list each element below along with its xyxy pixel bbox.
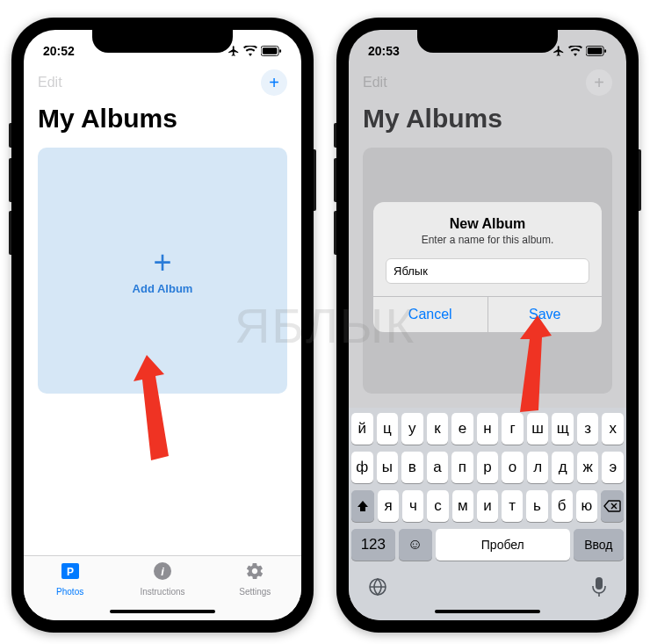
key-н[interactable]: н — [477, 413, 499, 445]
key-у[interactable]: у — [401, 413, 423, 445]
notch — [92, 30, 233, 53]
cancel-button[interactable]: Cancel — [373, 297, 488, 332]
key-л[interactable]: л — [527, 452, 549, 483]
svg-rect-8 — [588, 47, 603, 54]
key-в[interactable]: в — [401, 452, 423, 483]
page-title: My Albums — [349, 100, 626, 142]
album-name-input[interactable]: Яблык — [386, 258, 589, 284]
svg-rect-2 — [279, 49, 281, 53]
key-а[interactable]: а — [427, 452, 449, 483]
key-п[interactable]: п — [451, 452, 473, 483]
key-г[interactable]: г — [502, 413, 524, 445]
key-ш[interactable]: ш — [527, 413, 549, 445]
gear-icon — [245, 561, 264, 586]
key-й[interactable]: й — [351, 413, 373, 445]
key-д[interactable]: д — [552, 452, 574, 483]
info-icon: i — [153, 561, 172, 586]
save-button[interactable]: Save — [488, 297, 603, 332]
key-э[interactable]: э — [602, 452, 624, 483]
add-button: + — [586, 69, 612, 96]
key-numbers[interactable]: 123 — [351, 529, 395, 561]
battery-icon — [586, 46, 607, 56]
key-ь[interactable]: ь — [526, 490, 547, 522]
svg-rect-1 — [263, 47, 278, 54]
tab-bar: P Photos i Instructions Settings — [24, 555, 301, 620]
alert-subtitle: Enter a name for this album. — [373, 234, 602, 258]
wifi-icon — [243, 46, 257, 56]
notch — [417, 30, 558, 53]
phone-right: 20:53 Edit + My Albums New Album Enter a… — [336, 18, 639, 633]
key-о[interactable]: о — [502, 452, 524, 483]
key-ж[interactable]: ж — [577, 452, 599, 483]
edit-button: Edit — [363, 75, 387, 90]
key-м[interactable]: м — [452, 490, 473, 522]
key-ф[interactable]: ф — [351, 452, 373, 483]
status-time: 20:52 — [43, 44, 75, 58]
svg-text:i: i — [161, 565, 164, 578]
key-х[interactable]: х — [602, 413, 624, 445]
tab-photos[interactable]: P Photos — [35, 561, 105, 597]
page-title: My Albums — [24, 100, 301, 142]
key-ы[interactable]: ы — [377, 452, 399, 483]
tab-instructions[interactable]: i Instructions — [127, 561, 198, 597]
phone-left: 20:52 Edit + My Albums + Add Album — [11, 18, 314, 633]
nav-bar: Edit + — [24, 65, 301, 100]
photos-icon: P — [60, 561, 81, 586]
key-с[interactable]: с — [427, 490, 448, 522]
key-и[interactable]: и — [477, 490, 498, 522]
battery-icon — [261, 46, 282, 56]
home-indicator[interactable] — [435, 610, 540, 613]
tab-settings[interactable]: Settings — [220, 561, 290, 597]
key-ц[interactable]: ц — [377, 413, 399, 445]
key-enter[interactable]: Ввод — [574, 529, 624, 561]
mic-icon[interactable] — [590, 576, 608, 603]
key-щ[interactable]: щ — [552, 413, 574, 445]
add-button[interactable]: + — [261, 69, 287, 96]
tab-photos-label: Photos — [56, 587, 83, 597]
add-album-label: Add Album — [133, 282, 193, 295]
keyboard: йцукенгшщзх фывапролджэ ячсмитьбю 123 ☺ … — [349, 408, 626, 620]
tab-instructions-label: Instructions — [140, 587, 184, 597]
key-я[interactable]: я — [378, 490, 399, 522]
key-к[interactable]: к — [427, 413, 449, 445]
key-ю[interactable]: ю — [576, 490, 597, 522]
key-shift[interactable] — [351, 490, 374, 522]
key-р[interactable]: р — [477, 452, 499, 483]
home-indicator[interactable] — [110, 610, 215, 613]
svg-rect-9 — [604, 49, 606, 53]
add-album-card[interactable]: + Add Album — [38, 148, 287, 394]
plus-icon: + — [153, 247, 171, 279]
nav-bar: Edit + — [349, 65, 626, 100]
key-з[interactable]: з — [577, 413, 599, 445]
key-space[interactable]: Пробел — [436, 529, 570, 561]
globe-icon[interactable] — [367, 576, 388, 603]
svg-rect-11 — [596, 577, 603, 590]
status-time: 20:53 — [368, 44, 400, 58]
key-ч[interactable]: ч — [402, 490, 423, 522]
key-backspace[interactable] — [601, 490, 624, 522]
key-б[interactable]: б — [552, 490, 573, 522]
key-т[interactable]: т — [502, 490, 523, 522]
svg-text:P: P — [67, 566, 74, 578]
alert-title: New Album — [373, 202, 602, 234]
edit-button[interactable]: Edit — [38, 75, 62, 90]
key-е[interactable]: е — [451, 413, 473, 445]
wifi-icon — [568, 46, 582, 56]
tab-settings-label: Settings — [239, 587, 271, 597]
new-album-alert: New Album Enter a name for this album. Я… — [373, 202, 602, 332]
key-emoji[interactable]: ☺ — [399, 529, 432, 561]
